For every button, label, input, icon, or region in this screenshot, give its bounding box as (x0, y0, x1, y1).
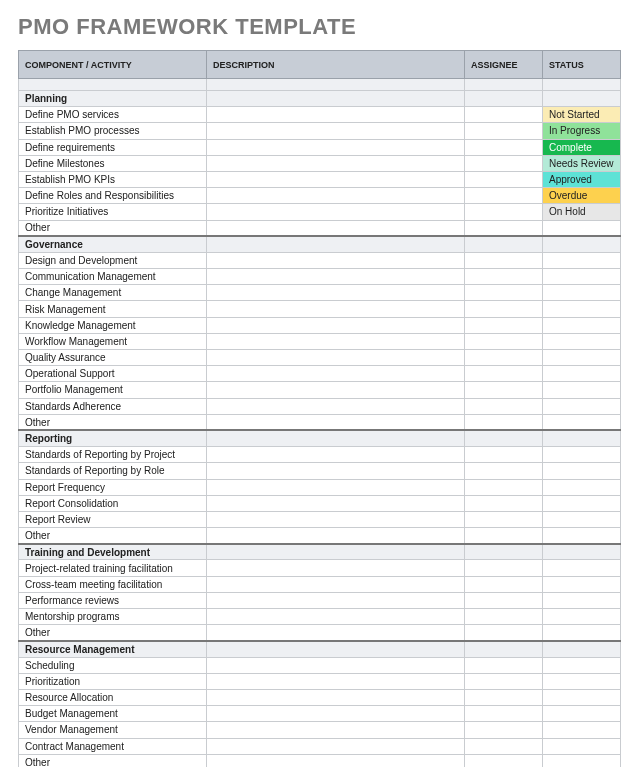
assignee-cell[interactable] (465, 252, 543, 268)
status-cell[interactable] (543, 625, 621, 641)
assignee-cell[interactable] (465, 689, 543, 705)
status-cell[interactable] (543, 220, 621, 236)
assignee-cell[interactable] (465, 317, 543, 333)
activity-cell[interactable]: Operational Support (19, 366, 207, 382)
assignee-cell[interactable] (465, 706, 543, 722)
description-cell[interactable] (207, 204, 465, 220)
status-cell[interactable] (543, 366, 621, 382)
activity-cell[interactable]: Quality Assurance (19, 350, 207, 366)
status-cell[interactable]: On Hold (543, 204, 621, 220)
status-cell[interactable] (543, 528, 621, 544)
activity-cell[interactable]: Define Milestones (19, 155, 207, 171)
status-cell[interactable] (543, 657, 621, 673)
description-cell[interactable] (207, 738, 465, 754)
description-cell[interactable] (207, 447, 465, 463)
description-cell[interactable] (207, 722, 465, 738)
assignee-cell[interactable] (465, 155, 543, 171)
description-cell[interactable] (207, 155, 465, 171)
description-cell[interactable] (207, 398, 465, 414)
activity-cell[interactable]: Other (19, 754, 207, 767)
activity-cell[interactable]: Resource Allocation (19, 689, 207, 705)
assignee-cell[interactable] (465, 333, 543, 349)
description-cell[interactable] (207, 528, 465, 544)
description-cell[interactable] (207, 366, 465, 382)
activity-cell[interactable]: Establish PMO processes (19, 123, 207, 139)
description-cell[interactable] (207, 511, 465, 527)
description-cell[interactable] (207, 706, 465, 722)
description-cell[interactable] (207, 609, 465, 625)
description-cell[interactable] (207, 350, 465, 366)
description-cell[interactable] (207, 463, 465, 479)
description-cell[interactable] (207, 333, 465, 349)
status-cell[interactable] (543, 269, 621, 285)
description-cell[interactable] (207, 592, 465, 608)
description-cell[interactable] (207, 252, 465, 268)
activity-cell[interactable]: Define Roles and Responsibilities (19, 188, 207, 204)
activity-cell[interactable]: Standards of Reporting by Role (19, 463, 207, 479)
assignee-cell[interactable] (465, 123, 543, 139)
status-cell[interactable] (543, 738, 621, 754)
assignee-cell[interactable] (465, 398, 543, 414)
assignee-cell[interactable] (465, 350, 543, 366)
status-cell[interactable] (543, 576, 621, 592)
activity-cell[interactable]: Other (19, 625, 207, 641)
activity-cell[interactable]: Standards Adherence (19, 398, 207, 414)
assignee-cell[interactable] (465, 738, 543, 754)
status-cell[interactable] (543, 511, 621, 527)
status-cell[interactable] (543, 463, 621, 479)
assignee-cell[interactable] (465, 139, 543, 155)
status-cell[interactable] (543, 317, 621, 333)
assignee-cell[interactable] (465, 366, 543, 382)
activity-cell[interactable]: Standards of Reporting by Project (19, 447, 207, 463)
status-cell[interactable] (543, 689, 621, 705)
activity-cell[interactable]: Scheduling (19, 657, 207, 673)
status-cell[interactable] (543, 495, 621, 511)
status-cell[interactable]: Complete (543, 139, 621, 155)
status-cell[interactable]: Overdue (543, 188, 621, 204)
description-cell[interactable] (207, 689, 465, 705)
description-cell[interactable] (207, 220, 465, 236)
description-cell[interactable] (207, 576, 465, 592)
activity-cell[interactable]: Risk Management (19, 301, 207, 317)
assignee-cell[interactable] (465, 560, 543, 576)
activity-cell[interactable]: Prioritize Initiatives (19, 204, 207, 220)
assignee-cell[interactable] (465, 188, 543, 204)
activity-cell[interactable]: Vendor Management (19, 722, 207, 738)
assignee-cell[interactable] (465, 576, 543, 592)
description-cell[interactable] (207, 414, 465, 430)
status-cell[interactable] (543, 333, 621, 349)
description-cell[interactable] (207, 107, 465, 123)
assignee-cell[interactable] (465, 269, 543, 285)
assignee-cell[interactable] (465, 625, 543, 641)
status-cell[interactable] (543, 350, 621, 366)
activity-cell[interactable]: Performance reviews (19, 592, 207, 608)
status-cell[interactable] (543, 673, 621, 689)
activity-cell[interactable]: Report Review (19, 511, 207, 527)
assignee-cell[interactable] (465, 673, 543, 689)
activity-cell[interactable]: Communication Management (19, 269, 207, 285)
activity-cell[interactable]: Budget Management (19, 706, 207, 722)
activity-cell[interactable]: Report Frequency (19, 479, 207, 495)
status-cell[interactable] (543, 301, 621, 317)
status-cell[interactable] (543, 285, 621, 301)
activity-cell[interactable]: Prioritization (19, 673, 207, 689)
status-cell[interactable]: Not Started (543, 107, 621, 123)
description-cell[interactable] (207, 285, 465, 301)
activity-cell[interactable]: Workflow Management (19, 333, 207, 349)
assignee-cell[interactable] (465, 301, 543, 317)
activity-cell[interactable]: Contract Management (19, 738, 207, 754)
status-cell[interactable]: Approved (543, 171, 621, 187)
status-cell[interactable] (543, 447, 621, 463)
assignee-cell[interactable] (465, 722, 543, 738)
assignee-cell[interactable] (465, 463, 543, 479)
assignee-cell[interactable] (465, 204, 543, 220)
status-cell[interactable]: In Progress (543, 123, 621, 139)
activity-cell[interactable]: Portfolio Management (19, 382, 207, 398)
assignee-cell[interactable] (465, 479, 543, 495)
activity-cell[interactable]: Report Consolidation (19, 495, 207, 511)
status-cell[interactable] (543, 722, 621, 738)
description-cell[interactable] (207, 625, 465, 641)
assignee-cell[interactable] (465, 107, 543, 123)
status-cell[interactable] (543, 414, 621, 430)
assignee-cell[interactable] (465, 171, 543, 187)
